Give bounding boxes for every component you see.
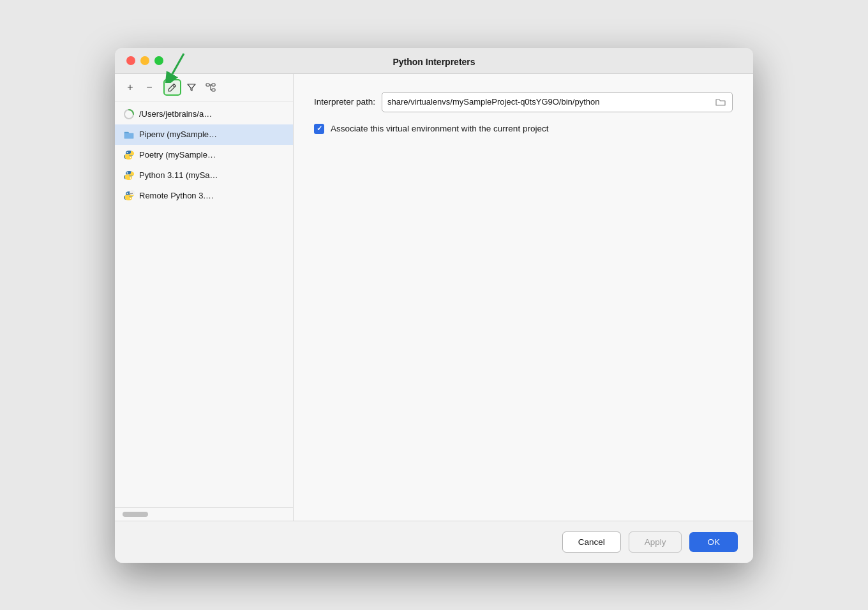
item-label: /Users/jetbrains/a… <box>139 109 212 119</box>
interpreter-path-row: Interpreter path: share/virtualenvs/mySa… <box>314 92 733 112</box>
dialog-footer: Cancel Apply OK <box>115 521 753 563</box>
list-item[interactable]: Python 3.11 (mySa… <box>115 165 293 186</box>
interpreter-path-value: share/virtualenvs/mySampleProject-q0tsYG… <box>387 97 709 107</box>
remove-interpreter-button[interactable]: − <box>140 79 158 96</box>
ok-button[interactable]: OK <box>689 532 738 552</box>
svg-rect-5 <box>212 89 215 91</box>
title-bar: Python Interpreters <box>115 48 753 74</box>
close-button[interactable] <box>126 56 135 65</box>
item-label: Pipenv (mySample… <box>139 130 217 139</box>
svg-rect-3 <box>206 84 209 86</box>
window-controls <box>126 56 163 65</box>
dialog-title: Python Interpreters <box>393 57 475 67</box>
python-interpreters-dialog: Python Interpreters + − <box>115 48 753 563</box>
item-label: Python 3.11 (mySa… <box>139 170 218 180</box>
scrollbar-thumb[interactable] <box>123 512 148 517</box>
svg-point-10 <box>127 152 128 153</box>
folder-icon <box>715 97 726 107</box>
python-remote-icon: ⇌ <box>123 190 135 202</box>
associate-checkbox[interactable]: ✓ <box>314 124 324 134</box>
associate-row: ✓ Associate this virtual environment wit… <box>314 124 733 134</box>
svg-point-13 <box>130 177 131 179</box>
svg-rect-4 <box>212 84 215 86</box>
svg-point-14 <box>127 193 128 194</box>
apply-button[interactable]: Apply <box>629 532 682 553</box>
python-icon <box>123 169 135 182</box>
filter-button[interactable] <box>183 79 200 96</box>
main-panel: Interpreter path: share/virtualenvs/mySa… <box>294 74 753 521</box>
sidebar-toolbar: + − <box>115 74 293 101</box>
item-label: Remote Python 3.… <box>139 191 214 200</box>
checkmark-icon: ✓ <box>317 124 322 133</box>
sidebar-scrollbar[interactable] <box>115 507 293 521</box>
list-item[interactable]: ⇌ Remote Python 3.… <box>115 186 293 206</box>
list-item[interactable]: Pipenv (mySample… <box>115 124 293 145</box>
tree-icon <box>206 83 216 92</box>
associate-label: Associate this virtual environment with … <box>331 124 548 133</box>
svg-line-2 <box>173 85 175 87</box>
interpreter-list: /Users/jetbrains/a… Pipenv (mySample… <box>115 101 293 507</box>
item-label: Poetry (mySample… <box>139 150 216 160</box>
maximize-button[interactable] <box>154 56 163 65</box>
dialog-body: + − <box>115 74 753 521</box>
interpreter-path-label: Interpreter path: <box>314 97 375 107</box>
interpreter-path-field: share/virtualenvs/mySampleProject-q0tsYG… <box>382 92 733 112</box>
minimize-button[interactable] <box>140 56 149 65</box>
svg-point-12 <box>127 172 128 174</box>
svg-point-15 <box>130 198 131 199</box>
add-interpreter-button[interactable]: + <box>121 79 139 96</box>
list-item[interactable]: Poetry (mySample… <box>115 145 293 165</box>
python-icon <box>123 149 135 161</box>
pipenv-icon <box>123 128 135 141</box>
cancel-button[interactable]: Cancel <box>562 532 621 553</box>
svg-point-11 <box>130 157 131 158</box>
filter-icon <box>187 83 196 92</box>
svg-text:⇌: ⇌ <box>130 191 133 195</box>
edit-interpreter-button[interactable] <box>163 79 181 96</box>
sidebar: + − <box>115 74 294 521</box>
spinner-icon <box>123 108 135 121</box>
tree-view-button[interactable] <box>202 79 220 96</box>
edit-icon <box>168 83 177 92</box>
browse-button[interactable] <box>714 96 727 108</box>
list-item[interactable]: /Users/jetbrains/a… <box>115 104 293 124</box>
